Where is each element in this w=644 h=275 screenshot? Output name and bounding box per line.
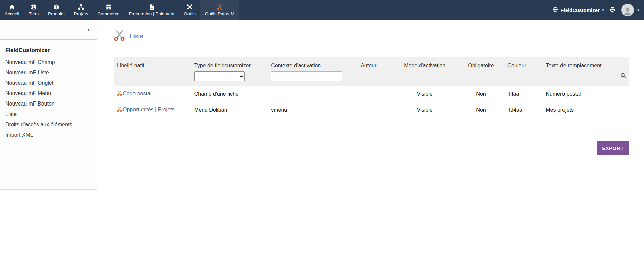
nav-item-tiers[interactable]: Tiers <box>24 0 44 20</box>
cell-couleur: ffd4aa <box>504 102 543 118</box>
col-type: Type de fieldcustomizer <box>191 57 268 71</box>
col-texte-remplacement: Texte de remplacement <box>542 57 629 71</box>
cell-mode: Visible <box>391 86 458 102</box>
cell-mode: Visible <box>391 102 458 118</box>
sidebar-combobox[interactable]: ▾ <box>0 20 97 40</box>
home-icon <box>9 4 15 10</box>
table-row: Code postal Champ d'une fiche Visible No… <box>114 86 629 102</box>
nav-label: Outils <box>184 11 196 16</box>
scissors-icon <box>117 91 122 97</box>
cell-obligatoire: Non <box>458 86 504 102</box>
cell-type: Champ d'une fiche <box>191 86 268 102</box>
module-switcher[interactable]: FieldCustomizer ▾ <box>552 7 604 14</box>
sidebar-menu: Nouveau mF Champ Nouveau mF Liste Nouvea… <box>0 57 97 140</box>
main-menu: Accueil Tiers Produits Projets Commerce <box>0 0 239 20</box>
cell-texte: Numéro postal <box>542 86 629 102</box>
address-book-icon <box>31 4 37 10</box>
nav-item-outils[interactable]: Outils <box>179 0 200 20</box>
nav-label: Commerce <box>98 11 120 16</box>
nav-item-projets[interactable]: Projets <box>69 0 93 20</box>
cell-auteur <box>345 86 391 102</box>
top-navbar: Accueil Tiers Produits Projets Commerce <box>0 0 644 20</box>
nav-label: Tiers <box>29 11 39 16</box>
cell-obligatoire: Non <box>458 102 504 118</box>
chevron-down-icon: ▾ <box>87 27 90 32</box>
print-button[interactable] <box>609 7 616 13</box>
nav-label: Outils Patas-M <box>205 11 235 16</box>
page-title-bar: Liste <box>114 29 629 44</box>
nav-label: Accueil <box>5 11 19 16</box>
nav-item-outils-patas-m[interactable]: Outils Patas-M <box>200 0 239 20</box>
col-libelle-natif: Libellé natif <box>114 57 191 71</box>
sidebar-item-nouveau-mf-bouton[interactable]: Nouveau mF Bouton <box>0 98 97 109</box>
cell-auteur <box>345 102 391 118</box>
sidebar-heading: FieldCustomizer <box>0 40 97 57</box>
filter-type-select[interactable] <box>194 71 245 81</box>
invoice-icon <box>149 4 155 10</box>
main-content: Liste Libellé natif Type de fieldcustomi… <box>98 29 644 155</box>
col-couleur: Couleur <box>504 57 543 71</box>
sidebar-item-droits-acces[interactable]: Droits d'accès aux éléments <box>0 119 97 130</box>
scissors-icon <box>114 30 125 43</box>
globe-icon <box>552 7 558 14</box>
fieldcustomizer-list-table: Libellé natif Type de fieldcustomizer Co… <box>114 57 629 118</box>
sitemap-icon <box>78 4 84 10</box>
table-filter-row <box>114 71 629 86</box>
nav-item-accueil[interactable]: Accueil <box>0 0 24 20</box>
sidebar-item-import-xml[interactable]: Import XML <box>0 130 97 140</box>
nav-item-produits[interactable]: Produits <box>43 0 69 20</box>
left-sidebar: ▾ FieldCustomizer Nouveau mF Champ Nouve… <box>0 20 97 190</box>
sidebar-item-nouveau-mf-menu[interactable]: Nouveau mF Menu <box>0 88 97 98</box>
sidebar-item-nouveau-mf-onglet[interactable]: Nouveau mF Onglet <box>0 78 97 88</box>
filter-contexte-input[interactable] <box>271 71 342 81</box>
col-auteur: Auteur <box>345 57 391 71</box>
avatar[interactable] <box>621 4 634 16</box>
sidebar-item-nouveau-mf-champ[interactable]: Nouveau mF Champ <box>0 57 97 67</box>
cell-texte: Mes projets <box>542 102 629 118</box>
chevron-down-icon[interactable]: ▾ <box>637 8 639 12</box>
table-row: Opportunités | Projets Menu Dolibarr vme… <box>114 102 629 118</box>
module-label: FieldCustomizer <box>560 7 600 13</box>
cell-type: Menu Dolibarr <box>191 102 268 118</box>
navbar-right: FieldCustomizer ▾ ▾ <box>552 0 644 20</box>
table-header-row: Libellé natif Type de fieldcustomizer Co… <box>114 57 629 71</box>
search-icon[interactable] <box>620 74 626 79</box>
cube-icon <box>53 4 59 10</box>
scissors-icon <box>217 4 223 10</box>
row-link[interactable]: Code postal <box>123 91 151 96</box>
cell-couleur: ffffaa <box>504 86 543 102</box>
nav-label: Projets <box>74 11 88 16</box>
sidebar-item-liste[interactable]: Liste <box>0 109 97 119</box>
col-contexte: Contexte d'activation <box>268 57 345 71</box>
cell-contexte: vmenu <box>268 102 345 118</box>
nav-label: Produits <box>48 11 65 16</box>
cell-contexte <box>268 86 345 102</box>
actions-bar: EXPORT <box>114 141 629 155</box>
scissors-icon <box>117 107 122 113</box>
col-obligatoire: Obligatoire <box>458 57 504 71</box>
col-mode: Mode d'activation <box>391 57 458 71</box>
nav-label: Facturation | Paiement <box>129 11 175 16</box>
tools-icon <box>186 4 193 10</box>
sidebar-item-nouveau-mf-liste[interactable]: Nouveau mF Liste <box>0 67 97 78</box>
page-title: Liste <box>130 32 143 40</box>
nav-item-facturation[interactable]: Facturation | Paiement <box>124 0 179 20</box>
nav-item-commerce[interactable]: Commerce <box>93 0 124 20</box>
chevron-down-icon: ▾ <box>602 8 604 12</box>
row-link[interactable]: Opportunités | Projets <box>123 107 174 112</box>
divider <box>4 145 93 145</box>
export-button[interactable]: EXPORT <box>597 141 629 155</box>
store-icon <box>106 4 112 10</box>
